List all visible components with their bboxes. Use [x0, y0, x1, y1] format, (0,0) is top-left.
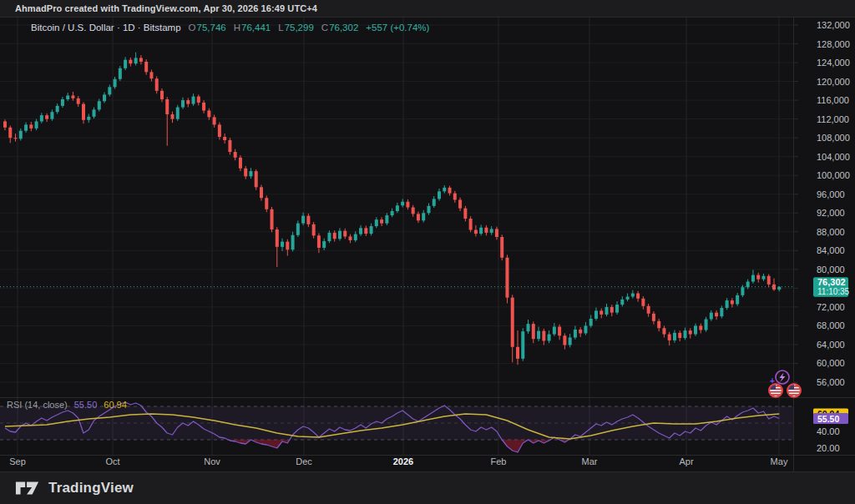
candle [349, 234, 352, 244]
candle [124, 57, 127, 70]
candle [239, 155, 242, 171]
time-axis[interactable]: SepOctNovDec2026FebMarAprMay [9, 456, 788, 466]
candle [108, 85, 111, 97]
price-axis-label: 80,000 [817, 265, 845, 275]
candle [668, 332, 671, 345]
candle [537, 327, 540, 341]
price-axis[interactable]: 132,000128,000124,000120,000116,000112,0… [817, 20, 850, 387]
price-axis-label: 60,000 [817, 358, 845, 368]
candle [218, 123, 221, 140]
candle [244, 166, 247, 179]
candle [359, 225, 362, 236]
candle [699, 324, 702, 334]
candle [234, 149, 237, 161]
candle [391, 209, 394, 218]
price-axis-label: 88,000 [817, 227, 845, 237]
candle [291, 232, 295, 252]
candle [438, 189, 441, 201]
ohlc-letter: H [234, 23, 240, 33]
candle [385, 213, 388, 225]
candle [772, 279, 776, 291]
candle [412, 205, 415, 217]
candle [312, 222, 316, 239]
price-axis-label: 92,000 [817, 208, 845, 218]
candle [474, 225, 478, 237]
candle [548, 330, 551, 343]
candle [103, 93, 106, 103]
candle [354, 231, 357, 242]
candle [631, 290, 635, 299]
candle [375, 217, 378, 228]
tradingview-brand[interactable]: TradingView [48, 480, 134, 496]
rsi-oversold-fill [250, 440, 289, 448]
rsi-axis-label: 40.00 [817, 426, 840, 436]
candle [406, 199, 409, 209]
candle [56, 103, 59, 113]
candle [527, 320, 530, 334]
candle [317, 233, 321, 253]
time-axis-label: Dec [296, 456, 312, 466]
svg-text:11:10:35: 11:10:35 [817, 287, 850, 296]
price-axis-label: 112,000 [817, 114, 849, 124]
candle [396, 203, 399, 213]
candle [458, 198, 462, 211]
candle [731, 298, 734, 307]
chart-canvas[interactable]: 76,30211:10:35132,000128,000124,000120,0… [0, 0, 855, 504]
price-axis-label: 64,000 [817, 340, 845, 350]
ohlc-value: 76,302 [329, 23, 358, 33]
candle [260, 184, 263, 200]
candle [761, 274, 765, 281]
ohlc-letter: O [189, 23, 196, 33]
candle [673, 330, 676, 342]
candle [176, 105, 180, 121]
price-axis-label: 84,000 [817, 245, 845, 255]
time-axis-label: Oct [105, 456, 119, 466]
price-axis-label: 120,000 [817, 77, 850, 87]
candle [610, 305, 614, 316]
candle [281, 239, 284, 251]
candle [605, 304, 609, 316]
candle [276, 227, 279, 267]
candle [144, 59, 148, 75]
candle [553, 323, 556, 336]
us-flag-icon[interactable] [769, 384, 782, 397]
ohlc-values: O75,746H76,441L75,299C76,302 [189, 23, 359, 33]
candle [343, 229, 347, 239]
candle [777, 286, 781, 291]
time-axis-label: Sep [9, 456, 26, 466]
candle [422, 210, 425, 223]
candle [306, 214, 310, 227]
candle [579, 327, 582, 337]
symbol-title[interactable]: Bitcoin / U.S. Dollar · 1D · Bitstamp [31, 23, 181, 33]
rsi-axis-label: 55.50 [817, 414, 839, 424]
candle [678, 330, 681, 341]
candle [149, 70, 153, 82]
time-axis-label: Apr [679, 456, 693, 466]
candle [516, 330, 519, 365]
candle [207, 108, 210, 120]
candle [542, 329, 545, 345]
candle [8, 126, 12, 144]
candle [463, 206, 467, 222]
event-icons[interactable]: + [769, 370, 801, 397]
price-axis-label: 132,000 [817, 20, 850, 30]
candle [433, 196, 436, 208]
rsi-title[interactable]: RSI (14, close) [7, 400, 68, 410]
rsi-value: 55.50 [74, 400, 98, 410]
us-flag-icon[interactable] [787, 384, 801, 397]
ohlc-letter: C [321, 23, 328, 33]
candle [3, 119, 7, 130]
tradingview-logo-icon[interactable] [15, 479, 40, 497]
candle [82, 102, 85, 123]
candle [767, 274, 771, 287]
candle [584, 322, 587, 335]
candle [751, 270, 755, 283]
price-axis-label: 104,000 [817, 152, 850, 162]
candle [500, 234, 503, 260]
candle [71, 92, 74, 101]
candle [615, 301, 619, 315]
candle [720, 305, 723, 318]
time-axis-label: 2026 [393, 456, 413, 466]
rsi-axis[interactable]: 60.9455.5040.0020.00 [813, 409, 848, 453]
candle [620, 296, 624, 306]
